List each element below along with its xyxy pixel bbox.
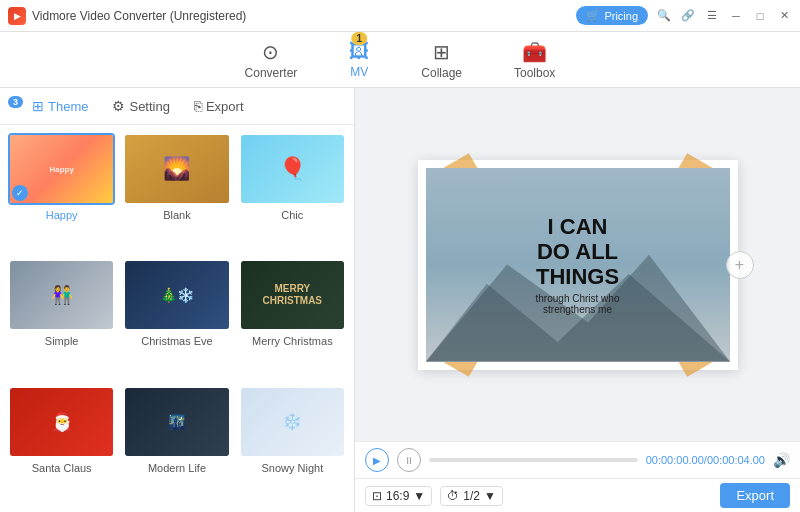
playback-bar: ▶ ⏸ 00:00:00.00/00:00:04.00 🔊 [355, 441, 800, 478]
pricing-button[interactable]: 🛒 Pricing [576, 6, 648, 25]
cart-icon: 🛒 [586, 9, 600, 22]
left-panel: 3 ⊞ Theme ⚙ Setting ⎘ Export Happy [0, 88, 355, 512]
theme-snowy-label: Snowy Night [261, 462, 323, 474]
main-content: 3 ⊞ Theme ⚙ Setting ⎘ Export Happy [0, 88, 800, 512]
theme-chic-label: Chic [281, 209, 303, 221]
speed-chevron: ▼ [484, 489, 496, 503]
panel-tabs: 3 ⊞ Theme ⚙ Setting ⎘ Export [0, 88, 354, 125]
nav-bar: ⊙ Converter 1 🖼 MV ⊞ Collage 🧰 Toolbox [0, 32, 800, 88]
ratio-selector[interactable]: ⊡ 16:9 ▼ [365, 486, 432, 506]
photo-frame: I CANDO ALLTHINGS through Christ whostre… [418, 160, 738, 370]
link-icon[interactable]: 🔗 [680, 8, 696, 24]
tab-theme[interactable]: ⊞ Theme [28, 96, 92, 116]
minimize-button[interactable]: ─ [728, 8, 744, 24]
ratio-icon: ⊡ [372, 489, 382, 503]
toolbox-icon: 🧰 [522, 40, 547, 64]
theme-happy[interactable]: Happy ✓ Happy [8, 133, 115, 251]
preview-frame: I CANDO ALLTHINGS through Christ whostre… [418, 160, 738, 370]
theme-christmas[interactable]: 🎄❄️ Christmas Eve [123, 259, 230, 377]
preview-area: I CANDO ALLTHINGS through Christ whostre… [355, 88, 800, 441]
nav-mv[interactable]: 1 🖼 MV [339, 36, 379, 83]
theme-snowy[interactable]: ❄️ Snowy Night [239, 386, 346, 504]
theme-merry[interactable]: MERRYCHRISTMAS Merry Christmas [239, 259, 346, 377]
export-button[interactable]: Export [720, 483, 790, 508]
theme-simple-label: Simple [45, 335, 79, 347]
photo-content: I CANDO ALLTHINGS through Christ whostre… [426, 168, 730, 362]
speed-selector[interactable]: ⏱ 1/2 ▼ [440, 486, 503, 506]
tab-export[interactable]: ⎘ Export [190, 96, 248, 116]
collage-icon: ⊞ [433, 40, 450, 64]
menu-icon[interactable]: ☰ [704, 8, 720, 24]
theme-blank-label: Blank [163, 209, 191, 221]
add-media-overlay-button[interactable]: + [726, 251, 754, 279]
ratio-chevron: ▼ [413, 489, 425, 503]
title-bar: ▶ Vidmore Video Converter (Unregistered)… [0, 0, 800, 32]
theme-christmas-label: Christmas Eve [141, 335, 213, 347]
theme-simple[interactable]: 👫 Simple [8, 259, 115, 377]
controls-row2: ⊡ 16:9 ▼ ⏱ 1/2 ▼ Export [355, 478, 800, 512]
maximize-button[interactable]: □ [752, 8, 768, 24]
app-title: Vidmore Video Converter (Unregistered) [32, 9, 246, 23]
preview-sub-text: through Christ whostrengthens me [536, 293, 620, 315]
theme-modern[interactable]: 🌃 Modern Life [123, 386, 230, 504]
theme-happy-label: Happy [46, 209, 78, 221]
tab-setting[interactable]: ⚙ Setting [108, 96, 173, 116]
theme-santa-label: Santa Claus [32, 462, 92, 474]
export-tab-icon: ⎘ [194, 98, 202, 114]
theme-santa[interactable]: 🎅 Santa Claus [8, 386, 115, 504]
theme-blank[interactable]: 🌄 Blank [123, 133, 230, 251]
time-display: 00:00:00.00/00:00:04.00 [646, 454, 765, 466]
speed-icon: ⏱ [447, 489, 459, 503]
theme-modern-label: Modern Life [148, 462, 206, 474]
nav-toolbox[interactable]: 🧰 Toolbox [504, 36, 565, 84]
app-icon: ▶ [8, 7, 26, 25]
nav-converter[interactable]: ⊙ Converter [235, 36, 308, 84]
theme-tab-icon: ⊞ [32, 98, 44, 114]
search-icon[interactable]: 🔍 [656, 8, 672, 24]
right-panel: I CANDO ALLTHINGS through Christ whostre… [355, 88, 800, 512]
pause-button[interactable]: ⏸ [397, 448, 421, 472]
nav-collage[interactable]: ⊞ Collage [411, 36, 472, 84]
theme-merry-label: Merry Christmas [252, 335, 333, 347]
title-bar-left: ▶ Vidmore Video Converter (Unregistered) [8, 7, 246, 25]
close-button[interactable]: ✕ [776, 8, 792, 24]
converter-icon: ⊙ [262, 40, 279, 64]
volume-button[interactable]: 🔊 [773, 452, 790, 468]
setting-tab-icon: ⚙ [112, 98, 125, 114]
panel-badge: 3 [8, 96, 23, 108]
progress-bar[interactable] [429, 458, 638, 462]
play-button[interactable]: ▶ [365, 448, 389, 472]
themes-grid: Happy ✓ Happy 🌄 Blank 🎈 [0, 125, 354, 512]
theme-chic[interactable]: 🎈 Chic [239, 133, 346, 251]
mv-badge: 1 [352, 32, 368, 45]
preview-main-text: I CANDO ALLTHINGS [536, 214, 620, 290]
title-bar-right: 🛒 Pricing 🔍 🔗 ☰ ─ □ ✕ [576, 6, 792, 25]
selected-check: ✓ [12, 185, 28, 201]
